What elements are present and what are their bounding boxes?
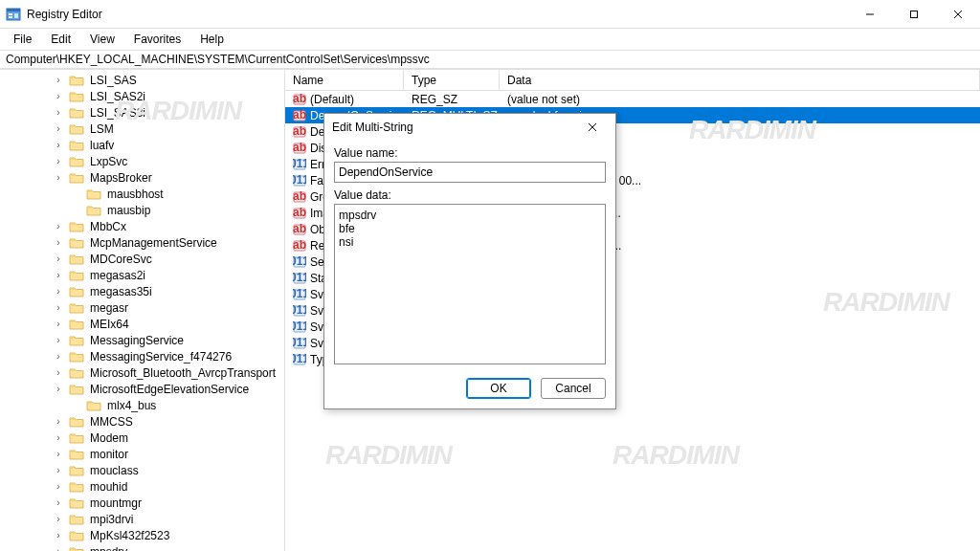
chevron-right-icon[interactable]: › [52,449,65,459]
chevron-right-icon[interactable]: › [52,530,65,540]
reg-string-icon: ab [293,190,306,204]
valuename-input[interactable] [334,162,606,183]
chevron-right-icon[interactable]: › [52,75,65,85]
tree-item[interactable]: ›LSI_SAS2i [69,88,284,104]
tree-item-label: megasr [88,301,130,315]
value-name: (Default) [310,93,354,106]
ok-button[interactable]: OK [466,378,531,399]
tree-item[interactable]: mlx4_bus [69,397,284,413]
menu-favorites[interactable]: Favorites [126,31,189,48]
tree-item[interactable]: ›LSM [69,121,284,137]
chevron-right-icon[interactable]: › [52,140,65,150]
tree-item[interactable]: ›Modem [69,430,284,446]
cancel-button[interactable]: Cancel [541,378,606,399]
chevron-right-icon[interactable]: › [52,107,65,118]
chevron-right-icon[interactable]: › [52,302,65,313]
menu-view[interactable]: View [82,31,122,48]
tree-item[interactable]: ›MMCSS [69,413,284,430]
col-data[interactable]: Data [500,70,980,90]
dialog-body: Value name: Value data: [324,141,615,370]
tree-item[interactable]: ›LxpSvc [69,153,284,169]
chevron-right-icon[interactable]: › [52,416,65,427]
dialog-close-button[interactable] [577,122,608,132]
tree-item[interactable]: ›MessagingService_f474276 [69,348,284,364]
tree-item[interactable]: ›LSI_SAS3i [69,104,284,121]
tree-item[interactable]: ›MapsBroker [69,169,284,186]
svg-rect-2 [9,13,12,15]
chevron-right-icon[interactable]: › [52,319,65,329]
folder-icon [69,383,84,396]
folder-icon [69,301,84,315]
tree-item[interactable]: ›MicrosoftEdgeElevationService [69,381,284,397]
tree-item-label: MpKsl432f2523 [88,529,171,542]
chevron-right-icon[interactable]: › [52,432,65,443]
tree-item[interactable]: ›Microsoft_Bluetooth_AvrcpTransport [69,364,284,381]
chevron-right-icon[interactable]: › [52,172,65,183]
folder-icon [69,220,84,233]
tree-item[interactable]: ›mouclass [69,462,284,478]
valuedata-textarea[interactable] [334,204,606,364]
tree-item[interactable]: ›MDCoreSvc [69,251,284,267]
tree-item[interactable]: mausbip [69,202,284,218]
chevron-right-icon[interactable]: › [52,367,65,378]
folder-icon [69,139,84,152]
svg-text:011: 011 [293,288,306,300]
col-name[interactable]: Name [285,70,404,90]
tree-item[interactable]: ›McpManagementService [69,234,284,251]
reg-binary-icon: 011 [293,174,306,187]
tree-item[interactable]: ›mountmgr [69,495,284,511]
tree-item[interactable]: ›monitor [69,446,284,462]
chevron-right-icon[interactable]: › [52,351,65,362]
dialog-title: Edit Multi-String [332,121,577,134]
tree-item[interactable]: ›LSI_SAS [69,72,284,88]
tree-item[interactable]: ›MEIx64 [69,316,284,332]
reg-string-icon: ab [293,142,306,155]
tree-item[interactable]: ›mouhid [69,478,284,495]
chevron-right-icon[interactable]: › [52,514,65,524]
chevron-right-icon[interactable]: › [52,497,65,508]
tree-item-label: mlx4_bus [105,399,158,412]
tree-pane[interactable]: ›LSI_SAS›LSI_SAS2i›LSI_SAS3i›LSM›luafv›L… [0,70,285,551]
menu-edit[interactable]: Edit [43,31,78,48]
chevron-right-icon[interactable]: › [52,221,65,231]
svg-rect-3 [9,16,12,18]
chevron-right-icon[interactable]: › [52,384,65,394]
tree-item[interactable]: ›MessagingService [69,332,284,348]
tree-item[interactable]: ›megasr [69,299,284,316]
svg-text:ab: ab [293,239,306,252]
chevron-right-icon[interactable]: › [52,335,65,345]
minimize-button[interactable] [848,0,892,28]
chevron-right-icon[interactable]: › [52,156,65,166]
chevron-right-icon[interactable]: › [52,481,65,492]
chevron-right-icon[interactable]: › [52,546,65,551]
chevron-right-icon[interactable]: › [52,286,65,297]
tree-item-label: LSI_SAS2i [88,90,147,103]
tree-item[interactable]: ›megasas2i [69,267,284,283]
folder-icon [69,106,84,120]
tree-item[interactable]: ›luafv [69,137,284,153]
tree-item[interactable]: ›MpKsl432f2523 [69,527,284,543]
col-type[interactable]: Type [404,70,500,90]
chevron-right-icon[interactable]: › [52,123,65,134]
reg-binary-icon: 011 [293,255,306,269]
chevron-right-icon[interactable]: › [52,270,65,280]
chevron-right-icon[interactable]: › [52,465,65,475]
menu-help[interactable]: Help [192,31,232,48]
dialog-titlebar[interactable]: Edit Multi-String [324,114,615,141]
folder-icon [69,415,84,429]
svg-text:ab: ab [293,125,306,138]
menu-file[interactable]: File [6,31,39,48]
tree-item[interactable]: mausbhost [69,186,284,202]
address-bar[interactable]: Computer\HKEY_LOCAL_MACHINE\SYSTEM\Curre… [0,50,980,69]
tree-item[interactable]: ›MbbCx [69,218,284,234]
close-button[interactable] [936,0,980,28]
tree-item-label: McpManagementService [88,236,219,250]
chevron-right-icon[interactable]: › [52,253,65,264]
value-row[interactable]: ab(Default)REG_SZ(value not set) [285,91,980,107]
tree-item[interactable]: ›mpsdrv [69,543,284,551]
chevron-right-icon[interactable]: › [52,237,65,248]
tree-item[interactable]: ›mpi3drvi [69,511,284,527]
chevron-right-icon[interactable]: › [52,91,65,101]
maximize-button[interactable] [892,0,936,28]
tree-item[interactable]: ›megasas35i [69,283,284,299]
